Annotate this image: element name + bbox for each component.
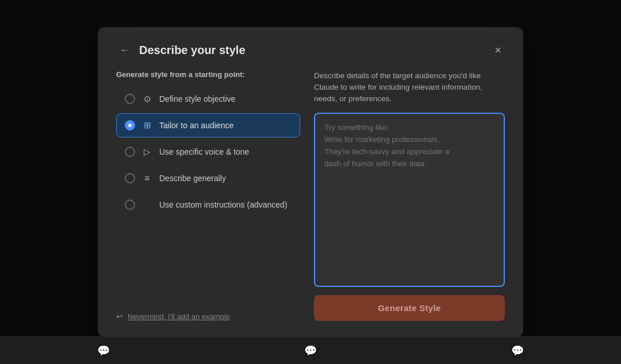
close-button[interactable]: × xyxy=(491,43,505,57)
modal-overlay: ← Describe your style × Generate style f… xyxy=(0,0,621,364)
option-tailor-audience[interactable]: ⊞ Tailor to an audience xyxy=(116,113,300,137)
option-custom-instructions[interactable]: Use custom instructions (advanced) xyxy=(116,193,300,217)
modal-header: ← Describe your style × xyxy=(116,43,505,58)
option-describe-generally[interactable]: ≡ Describe generally xyxy=(116,166,300,190)
modal-title: Describe your style xyxy=(139,44,491,57)
bottom-chat-icon-3[interactable]: 💬 xyxy=(511,344,524,357)
back-button[interactable]: ← xyxy=(116,43,133,58)
custom-instructions-label: Use custom instructions (advanced) xyxy=(159,200,288,209)
audience-textarea[interactable] xyxy=(315,114,504,283)
left-panel: Generate style from a starting point: ⊙ … xyxy=(116,70,300,321)
tailor-audience-label: Tailor to an audience xyxy=(159,121,233,130)
right-panel: Describe details of the target audience … xyxy=(314,70,505,321)
define-style-icon: ⊙ xyxy=(142,94,152,104)
option-voice-tone[interactable]: ▷ Use specific voice & tone xyxy=(116,140,300,164)
radio-custom-instructions xyxy=(125,200,135,210)
generate-style-button[interactable]: Generate Style xyxy=(314,295,505,321)
radio-describe-generally xyxy=(125,173,135,183)
option-define-style[interactable]: ⊙ Define style objective xyxy=(116,87,300,111)
modal-dialog: ← Describe your style × Generate style f… xyxy=(98,27,523,338)
bottom-bar: 💬 💬 💬 xyxy=(0,336,621,364)
radio-define-style xyxy=(125,94,135,104)
nevermind-row[interactable]: ↩ Nevermind, I'll add an example xyxy=(116,296,300,321)
bottom-chat-icon-2[interactable]: 💬 xyxy=(304,344,317,357)
option-list: ⊙ Define style objective ⊞ Tailor to an … xyxy=(116,87,300,217)
tailor-audience-icon: ⊞ xyxy=(142,120,152,131)
description-text: Describe details of the target audience … xyxy=(314,70,505,105)
modal-body: Generate style from a starting point: ⊙ … xyxy=(116,70,505,321)
define-style-label: Define style objective xyxy=(159,94,235,104)
voice-tone-label: Use specific voice & tone xyxy=(159,147,249,156)
radio-tailor-audience xyxy=(125,120,135,131)
nevermind-icon: ↩ xyxy=(116,312,123,321)
describe-generally-label: Describe generally xyxy=(159,174,226,183)
section-label: Generate style from a starting point: xyxy=(116,70,300,79)
nevermind-text: Nevermind, I'll add an example xyxy=(128,312,230,321)
textarea-wrapper xyxy=(314,113,505,287)
bottom-chat-icon-1[interactable]: 💬 xyxy=(97,344,110,357)
voice-tone-icon: ▷ xyxy=(142,147,152,157)
radio-voice-tone xyxy=(125,147,135,157)
describe-generally-icon: ≡ xyxy=(142,173,152,183)
